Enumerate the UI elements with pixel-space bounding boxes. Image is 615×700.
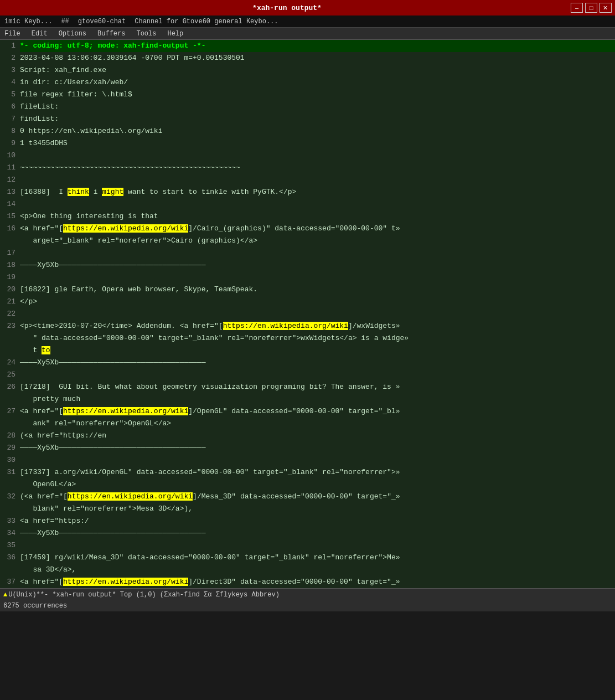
line-num-17: 17 [0, 247, 20, 259]
menu-edit[interactable]: Edit [29, 30, 50, 38]
line-9: 9 1 t3455dDHS [0, 137, 615, 150]
line-num-7: 7 [0, 113, 20, 125]
line-11: 11 ~~~~~~~~~~~~~~~~~~~~~~~~~~~~~~~~~~~~~… [0, 162, 615, 174]
maximize-button[interactable]: □ [585, 3, 597, 13]
line-num-32: 32 [0, 491, 20, 503]
line-29: 29 ————Xy5Xb————————————————————————————… [0, 442, 615, 454]
line-content-23c: t to [20, 344, 615, 357]
line-content-36b: sa 3D</a>, [20, 564, 615, 576]
line-num-23: 23 [0, 320, 20, 332]
line-content-2: 2023-04-08 13:06:02.3039164 -0700 PDT m=… [20, 52, 615, 64]
line-content-33: <a href="https:/ [20, 515, 615, 527]
line-content-32: (<a href="[https://en.wikipedia.org/wiki… [20, 491, 615, 503]
line-27: 27 <a href="[https://en.wikipedia.org/wi… [0, 405, 615, 418]
line-num-18: 18 [0, 259, 20, 271]
line-num-37: 37 [0, 576, 20, 588]
line-content-23b: " data-accessed="0000-00-00" target="_bl… [20, 332, 615, 344]
menu-tools[interactable]: Tools [134, 30, 158, 38]
line-21: 21 </p> [0, 296, 615, 308]
tab-imic[interactable]: imic Keyb... [4, 18, 52, 25]
status-bar: ▲ U(Unix)**- *xah-run output* Top (1,0) … [0, 588, 615, 600]
tab-gtove[interactable]: gtove60-chat [78, 18, 126, 25]
title-bar-controls: – □ ✕ [571, 3, 612, 13]
line-num-2: 2 [0, 52, 20, 64]
line-num-29: 29 [0, 442, 20, 454]
menu-buffers[interactable]: Buffers [95, 30, 127, 38]
line-content-27b: ank" rel="noreferrer">OpenGL</a> [20, 418, 615, 430]
line-num-11: 11 [0, 162, 20, 174]
line-num-16: 16 [0, 223, 20, 235]
line-26b: pretty much [0, 393, 615, 405]
line-num-23b [0, 332, 20, 344]
line-32b: blank" rel="noreferrer">Mesa 3D</a>), [0, 503, 615, 515]
line-7: 7 findList: [0, 113, 615, 125]
line-31b: OpenGL</a> [0, 478, 615, 491]
line-num-26: 26 [0, 381, 20, 393]
line-22: 22 [0, 308, 615, 320]
line-num-19: 19 [0, 271, 20, 284]
editor-area[interactable]: 1 *- coding: utf-8; mode: xah-find-outpu… [0, 40, 615, 588]
line-content-29: ————Xy5Xb———————————————————————————————… [20, 442, 615, 454]
line-content-1: *- coding: utf-8; mode: xah-find-output … [20, 40, 615, 52]
line-content-26: [17218] GUI bit. But what about geometry… [20, 381, 615, 393]
line-num-31: 31 [0, 466, 20, 478]
tab-hash[interactable]: ## [61, 18, 69, 25]
line-17: 17 [0, 247, 615, 259]
close-button[interactable]: ✕ [600, 3, 612, 13]
line-num-16b [0, 235, 20, 247]
title-bar: *xah-run output* – □ ✕ [0, 0, 615, 16]
line-10: 10 [0, 150, 615, 162]
line-num-6: 6 [0, 101, 20, 113]
highlight-url-32: https://en.wikipedia.org/wiki [68, 492, 193, 501]
line-24: 24 ————Xy5Xb————————————————————————————… [0, 357, 615, 369]
line-26: 26 [17218] GUI bit. But what about geome… [0, 381, 615, 393]
line-num-8: 8 [0, 125, 20, 137]
line-content-31: [17337] a.org/wiki/OpenGL" data-accessed… [20, 466, 615, 478]
line-12: 12 [0, 174, 615, 186]
highlight-url-27: https://en.wikipedia.org/wiki [63, 407, 188, 415]
line-content-20: [16822] gle Earth, Opera web browser, Sk… [20, 284, 615, 296]
line-content-5: file regex filter: \.html$ [20, 89, 615, 101]
line-19: 19 [0, 271, 615, 284]
line-content-6: fileList: [20, 101, 615, 113]
line-32: 32 (<a href="[https://en.wikipedia.org/w… [0, 491, 615, 503]
line-content-4: in dir: c:/Users/xah/web/ [20, 76, 615, 89]
line-content-37: <a href="[https://en.wikipedia.org/wiki]… [20, 576, 615, 588]
minimize-button[interactable]: – [571, 3, 583, 13]
line-16: 16 <a href="[https://en.wikipedia.org/wi… [0, 223, 615, 235]
line-num-3: 3 [0, 64, 20, 76]
line-num-22: 22 [0, 308, 20, 320]
line-num-12: 12 [0, 174, 20, 186]
line-num-21: 21 [0, 296, 20, 308]
line-content-11: ~~~~~~~~~~~~~~~~~~~~~~~~~~~~~~~~~~~~~~~~… [20, 162, 615, 174]
menu-file[interactable]: File [2, 30, 23, 38]
line-content-27: <a href="[https://en.wikipedia.org/wiki]… [20, 405, 615, 418]
tab-channel[interactable]: Channel for Gtove60 general Keybo... [135, 18, 278, 25]
line-5: 5 file regex filter: \.html$ [0, 89, 615, 101]
line-content-9: 1 t3455dDHS [20, 137, 615, 150]
line-3: 3 Script: xah_find.exe [0, 64, 615, 76]
occurrences-line: 6275 occurrences [0, 600, 615, 611]
line-15: 15 <p>One thing interesting is that [0, 210, 615, 223]
line-num-27b [0, 418, 20, 430]
line-8: 8 0 https://en\.wikipedia\.org/wiki [0, 125, 615, 137]
highlight-url-23: https://en.wikipedia.org/wiki [223, 322, 348, 330]
menu-options[interactable]: Options [56, 30, 89, 38]
line-num-28: 28 [0, 430, 20, 442]
line-content-16: <a href="[https://en.wikipedia.org/wiki]… [20, 223, 615, 235]
menu-help[interactable]: Help [165, 30, 185, 38]
highlight-to-23c: to [42, 346, 50, 354]
occurrences-text: 6275 occurrences [3, 602, 67, 610]
line-num-33: 33 [0, 515, 20, 527]
line-content-36: [17459] rg/wiki/Mesa_3D" data-accessed="… [20, 552, 615, 564]
menubar: File Edit Options Buffers Tools Help [0, 28, 615, 40]
line-16b: arget="_blank" rel="noreferrer">Cairo (g… [0, 235, 615, 247]
highlight-url-37: https://en.wikipedia.org/wiki [63, 578, 188, 586]
line-content-13: [16388] I think i might want to start to… [20, 186, 615, 198]
line-num-9: 9 [0, 137, 20, 150]
line-content-23: <p><time>2010-07-20</time> Addendum. <a … [20, 320, 615, 332]
line-num-20: 20 [0, 284, 20, 296]
line-30: 30 [0, 454, 615, 466]
line-content-16b: arget="_blank" rel="noreferrer">Cairo (g… [20, 235, 615, 247]
line-content-15: <p>One thing interesting is that [20, 210, 615, 223]
